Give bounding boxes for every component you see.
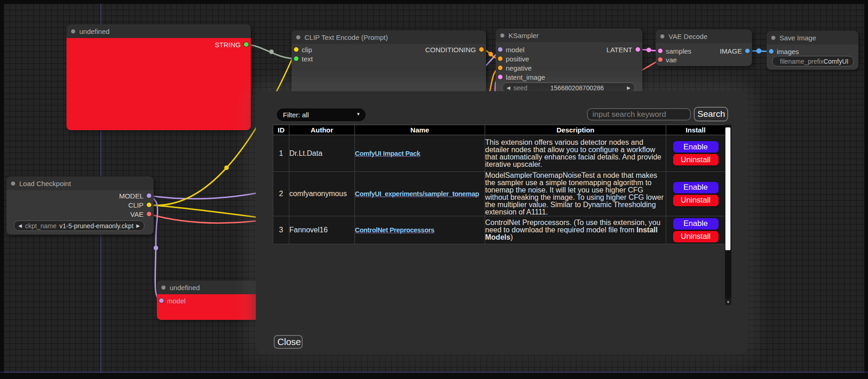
table-row: 3Fannovel16ControlNet PreprocessorsContr… — [273, 216, 725, 244]
description-text: This extension offers various detector n… — [485, 138, 661, 168]
output-port-image[interactable] — [745, 49, 750, 53]
node-ksampler[interactable]: KSampler model LATENT positive negative … — [496, 28, 642, 96]
output-label: CLIP — [128, 201, 144, 209]
column-header-author: Author — [289, 125, 355, 135]
widget-value: 156680208700286 — [527, 84, 627, 92]
input-port-samples[interactable] — [658, 49, 663, 53]
input-label: latent_image — [506, 73, 545, 81]
widget-name: ckpt_name — [25, 222, 56, 230]
input-port-negative[interactable] — [498, 66, 503, 70]
output-label: STRING — [215, 41, 241, 49]
node-title: undefined — [170, 284, 200, 291]
input-port-images[interactable] — [769, 49, 774, 54]
cell-author: Dr.Lt.Data — [289, 135, 355, 172]
output-label: CONDITIONING — [425, 46, 476, 54]
output-label: MODEL — [119, 192, 144, 200]
table-row: 2comfyanonymousComfyUI_experiments/sampl… — [273, 172, 725, 216]
node-titlebar[interactable]: undefined — [66, 24, 251, 38]
output-port-latent[interactable] — [636, 47, 640, 52]
enable-button[interactable]: Enable — [673, 141, 719, 153]
input-label: images — [777, 48, 799, 55]
description-text: ModelSamplerTonemapNoiseTest a node that… — [485, 171, 663, 216]
cell-id: 2 — [273, 172, 289, 216]
input-label: clip — [302, 46, 312, 54]
cell-id: 1 — [273, 135, 289, 172]
node-status-dot — [660, 34, 664, 38]
output-port-clip[interactable] — [147, 203, 151, 207]
widget-left-arrow-icon[interactable]: ◀ — [18, 224, 22, 228]
cell-description: This extension offers various detector n… — [485, 135, 666, 172]
node-titlebar[interactable]: Save Image — [767, 31, 858, 44]
output-port-string[interactable] — [244, 42, 249, 47]
widget-value: ComfyUI — [824, 58, 848, 65]
scrollbar-track[interactable]: ▼ — [725, 125, 731, 305]
output-port-vae[interactable] — [147, 212, 151, 216]
widget-name: seed — [514, 84, 527, 92]
filename-prefix-widget[interactable]: filename_prefix ComfyUI — [772, 56, 854, 66]
cell-name: ControlNet Preprocessors — [355, 216, 485, 244]
enable-button[interactable]: Enable — [673, 218, 719, 230]
node-undefined-top[interactable]: undefined STRING — [66, 24, 251, 130]
extension-link[interactable]: ComfyUI Impact Pack — [355, 150, 420, 157]
extensions-table: ID Author Name Description Install 1Dr.L… — [273, 125, 725, 244]
input-label: model — [506, 46, 525, 54]
search-input[interactable] — [587, 108, 691, 121]
node-load-checkpoint[interactable]: Load Checkpoint MODEL CLIP VAE ◀ ckpt_na… — [6, 176, 154, 235]
extensions-table-body: 1Dr.Lt.DataComfyUI Impact PackThis exten… — [273, 135, 725, 244]
column-header-description: Description — [485, 125, 666, 135]
output-label: VAE — [130, 210, 144, 218]
input-port-model[interactable] — [159, 298, 164, 303]
input-port-positive[interactable] — [498, 56, 503, 61]
node-undefined-bottom[interactable]: undefined model — [157, 280, 262, 320]
cell-install: EnableUninstall — [666, 216, 725, 244]
column-header-id: ID — [273, 125, 289, 135]
ckpt-name-widget[interactable]: ◀ ckpt_name v1-5-pruned-emaonly.ckpt ▶ — [14, 220, 144, 231]
node-status-dot — [11, 181, 15, 186]
canvas-guide-horizontal — [0, 372, 868, 373]
output-port-conditioning[interactable] — [479, 47, 484, 52]
node-titlebar[interactable]: KSampler — [496, 28, 642, 42]
widget-right-arrow-icon[interactable]: ▶ — [627, 86, 630, 90]
node-title: CLIP Text Encode (Prompt) — [304, 33, 388, 41]
scrollbar-thumb[interactable] — [725, 127, 730, 250]
node-title: Load Checkpoint — [19, 180, 71, 187]
column-header-name: Name — [355, 125, 485, 135]
uninstall-button[interactable]: Uninstall — [673, 195, 719, 206]
column-header-install: Install — [666, 125, 725, 135]
cell-install: EnableUninstall — [666, 172, 725, 216]
output-label: LATENT — [607, 46, 632, 54]
cell-name: ComfyUI_experiments/sampler_tonemap — [355, 172, 485, 216]
node-save-image[interactable]: Save Image images filename_prefix ComfyU… — [767, 31, 858, 70]
node-titlebar[interactable]: undefined — [157, 280, 262, 294]
scroll-down-button[interactable]: ▼ — [725, 299, 731, 305]
widget-left-arrow-icon[interactable]: ◀ — [507, 86, 510, 90]
uninstall-button[interactable]: Uninstall — [673, 154, 719, 165]
uninstall-button[interactable]: Uninstall — [673, 231, 719, 242]
output-port-model[interactable] — [147, 193, 151, 198]
input-port-text[interactable] — [294, 56, 299, 61]
node-titlebar[interactable]: VAE Decode — [656, 29, 752, 43]
input-port-latent-image[interactable] — [498, 75, 503, 79]
node-status-dot — [71, 29, 75, 33]
cell-author: comfyanonymous — [289, 172, 355, 216]
input-label: positive — [506, 55, 529, 63]
node-titlebar[interactable]: Load Checkpoint — [6, 176, 154, 190]
extension-link[interactable]: ComfyUI_experiments/sampler_tonemap — [355, 190, 479, 198]
widget-right-arrow-icon[interactable]: ▶ — [136, 224, 140, 228]
input-port-vae[interactable] — [658, 57, 663, 62]
input-port-model[interactable] — [498, 47, 503, 52]
widget-name: filename_prefix — [780, 58, 824, 65]
close-button[interactable]: Close — [274, 335, 303, 349]
extensions-table-container: ID Author Name Description Install 1Dr.L… — [273, 125, 731, 305]
input-port-clip[interactable] — [294, 47, 299, 52]
cell-name: ComfyUI Impact Pack — [355, 135, 485, 172]
node-vae-decode[interactable]: VAE Decode samples IMAGE vae — [656, 29, 752, 66]
extension-link[interactable]: ControlNet Preprocessors — [355, 226, 434, 234]
table-header-row: ID Author Name Description Install — [273, 125, 725, 135]
enable-button[interactable]: Enable — [673, 182, 719, 193]
cell-author: Fannovel16 — [289, 216, 355, 244]
search-button[interactable]: Search — [694, 107, 728, 121]
cell-id: 3 — [273, 216, 289, 244]
filter-select[interactable]: Filter: all — [277, 109, 365, 121]
node-titlebar[interactable]: CLIP Text Encode (Prompt) — [292, 30, 486, 44]
